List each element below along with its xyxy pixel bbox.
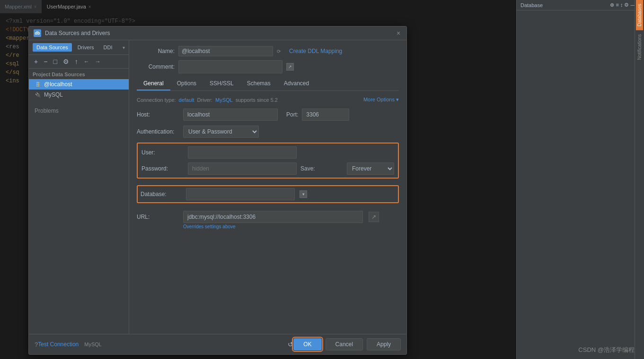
auth-select[interactable]: User & Password No auth pgpass SSL certi… [183,126,259,138]
datasource-item-localhost[interactable]: 🗄 @localhost [29,79,129,90]
nav-forward-button[interactable]: → [94,57,102,66]
url-area: URL: ↗ Overrides settings above [137,211,399,229]
name-label: Name: [137,48,175,54]
comment-label: Comment: [137,63,175,70]
dialog-footer: ? Test Connection MySQL ↺ OK Cancel Appl… [29,334,406,354]
dialog-body: Data Sources Drivers DDI ▾ + − □ ⚙ ↑ ← →… [29,40,406,334]
vertical-tab-notifications-label: Notifications [637,34,642,60]
url-expand-button[interactable]: ↗ [369,212,379,222]
settings-datasource-button[interactable]: ⚙ [62,57,71,66]
datasource-item-mysql[interactable]: 🔌 MySQL [29,90,129,100]
datasource-label-localhost: @localhost [44,81,72,88]
datasource-label-mysql: MySQL [44,91,63,98]
name-input[interactable] [178,46,273,56]
driver-label: Driver: [197,97,212,103]
comment-input[interactable] [178,60,282,73]
dialog-title-left: db Data Sources and Drivers [34,29,110,37]
refresh-icon: ⟳ [277,49,281,54]
apply-button[interactable]: Apply [367,338,401,350]
driver-value[interactable]: MySQL [215,97,233,103]
port-input[interactable] [302,108,349,121]
watermark: CSDN @浩泽学编程 [578,346,635,354]
vertical-tab-databases[interactable]: Databases [636,0,643,30]
comment-row: Comment: ↗ [137,60,399,73]
duplicate-datasource-button[interactable]: □ [52,57,58,66]
tab-options[interactable]: Options [170,77,203,90]
problems-label: Problems [29,105,129,117]
sidebar-toolbar: + − □ ⚙ ↑ ← → [29,55,129,69]
sidebar-tab-ddi[interactable]: DDI [100,43,116,52]
comment-expand-icon[interactable]: ↗ [286,63,294,71]
url-label: URL: [137,214,179,220]
tab-schemas[interactable]: Schemas [240,77,277,90]
sidebar-tab-drivers[interactable]: Drivers [74,43,98,52]
user-label: User: [141,149,184,156]
footer-right: OK Cancel Apply [293,338,401,350]
cancel-button[interactable]: Cancel [326,338,363,350]
password-input[interactable] [188,162,297,175]
url-input[interactable] [183,211,363,223]
name-row: Name: ⟳ Create DDL Mapping [137,46,399,56]
remove-datasource-button[interactable]: − [42,57,49,66]
sidebar-tab-datasources[interactable]: Data Sources [33,43,72,52]
add-datasource-button[interactable]: + [33,57,39,66]
ok-button[interactable]: OK [293,338,321,350]
dialog-main-content: Name: ⟳ Create DDL Mapping Comment: ↗ Ge… [129,40,406,334]
host-port-row: Host: Port: [137,108,399,121]
database-highlight-box: Database: ▾ [137,185,399,203]
database-input[interactable] [186,188,295,200]
password-label: Password: [141,165,184,172]
footer-left: Test Connection MySQL [38,341,102,348]
tab-general[interactable]: General [137,77,170,90]
user-row: User: [141,146,394,159]
connection-type-label: Connection type: [137,97,176,103]
dialog-sidebar: Data Sources Drivers DDI ▾ + − □ ⚙ ↑ ← →… [29,40,129,334]
help-button[interactable]: ? [35,341,38,348]
content-tabs: General Options SSH/SSL Schemas Advanced [137,77,399,91]
dialog-titlebar: db Data Sources and Drivers × [29,27,406,40]
export-datasource-button[interactable]: ↑ [73,57,79,66]
save-label: Save: [300,165,343,172]
connection-type-bar: Connection type: default Driver: MySQL s… [137,97,399,103]
data-sources-dialog: db Data Sources and Drivers × Data Sourc… [28,26,407,355]
user-input[interactable] [188,146,297,159]
dialog-db-icon: db [34,29,41,37]
vertical-tab-notifications[interactable]: Notifications [636,30,643,63]
sidebar-tab-dropdown[interactable]: ▾ [123,45,125,50]
url-note: Overrides settings above [183,224,399,229]
fields-area: Host: Port: Authentication: User & Passw… [137,108,399,229]
reset-button[interactable]: ↺ [288,341,293,348]
test-connection-button[interactable]: Test Connection [38,341,79,348]
save-select[interactable]: Forever Until restart Never [347,162,394,175]
port-label: Port: [286,111,298,118]
database-expand-button[interactable]: ▾ [300,190,307,198]
auth-label: Authentication: [137,128,179,135]
right-panel: Database ⊕ ≡ ↕ ⚙ — × [516,0,644,359]
right-panel-title: Database [520,2,543,8]
host-label: Host: [137,111,179,118]
vertical-tab-strip: Databases Notifications [635,0,644,359]
connection-type-value[interactable]: default [179,97,194,103]
vertical-tab-databases-label: Databases [637,4,642,27]
project-data-sources-label: Project Data Sources [29,69,129,79]
tab-sshssl[interactable]: SSH/SSL [203,77,240,90]
host-input[interactable] [183,108,278,121]
right-panel-header: Database ⊕ ≡ ↕ ⚙ — × [517,0,644,10]
auth-row: Authentication: User & Password No auth … [137,126,399,138]
url-row: URL: ↗ [137,211,399,223]
database-label: Database: [141,191,183,197]
sidebar-tabs: Data Sources Drivers DDI ▾ [29,40,129,55]
create-ddl-link[interactable]: Create DDL Mapping [289,48,342,54]
nav-back-button[interactable]: ← [82,57,91,66]
more-options-button[interactable]: More Options ▾ [363,97,399,103]
password-row: Password: Save: Forever Until restart Ne… [141,162,394,175]
driver-note: supports since 5.2 [236,97,278,103]
tab-advanced[interactable]: Advanced [277,77,316,90]
dialog-close-button[interactable]: × [395,30,402,36]
datasource-icon-localhost: 🗄 [35,81,41,88]
datasource-icon-mysql: 🔌 [35,91,41,98]
user-password-highlight-box: User: Password: Save: Forever Until rest… [137,143,399,179]
test-connection-db-label: MySQL [84,341,102,347]
dialog-title-text: Data Sources and Drivers [45,30,110,36]
